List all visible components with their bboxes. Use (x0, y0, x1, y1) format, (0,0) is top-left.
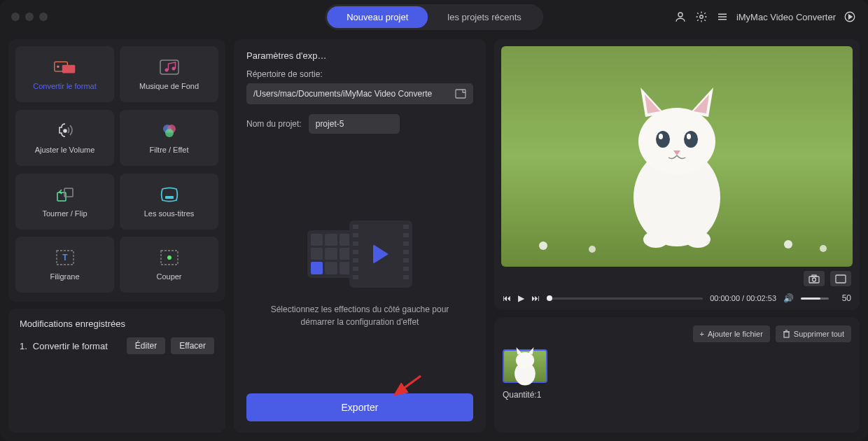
svg-point-45 (516, 352, 534, 368)
svg-line-24 (395, 376, 421, 395)
svg-point-29 (659, 134, 663, 139)
modification-row: 1. Convertir le format Éditer Effacer (20, 337, 214, 354)
play-circle-icon[interactable] (843, 10, 857, 24)
volume-icon (54, 122, 76, 140)
convert-icon (54, 58, 76, 76)
tool-filter-effect[interactable]: Filtre / Effet (120, 110, 218, 166)
tool-adjust-volume[interactable]: Ajuster le Volume (15, 110, 114, 166)
tool-grid: Convertir le format Musique de Fond Ajus… (8, 39, 225, 302)
minimize-dot[interactable] (25, 13, 34, 21)
clear-button[interactable]: Effacer (171, 337, 214, 354)
window-controls (11, 13, 48, 21)
tool-convert-format[interactable]: Convertir le format (15, 46, 114, 102)
project-name-input[interactable] (309, 114, 400, 134)
quantity-label: Quantité:1 (503, 390, 851, 400)
export-heading: Paramètres d'exp… (246, 50, 473, 61)
mod-name: Convertir le format (33, 341, 121, 351)
maximize-dot[interactable] (39, 13, 48, 21)
tool-background-music[interactable]: Musique de Fond (120, 46, 218, 102)
tool-subtitles[interactable]: Les sous-titres (120, 174, 218, 230)
volume-icon[interactable]: 🔊 (783, 293, 794, 303)
svg-point-33 (539, 241, 547, 250)
svg-point-34 (589, 246, 596, 253)
nav-pill: Nouveau projet les projets récents (325, 4, 543, 30)
close-dot[interactable] (11, 13, 20, 21)
tool-watermark[interactable]: T Filigrane (15, 237, 114, 293)
svg-point-15 (165, 129, 174, 137)
svg-point-28 (684, 131, 698, 148)
edit-button[interactable]: Éditer (127, 337, 165, 354)
tool-label: Couper (156, 272, 181, 281)
svg-rect-7 (62, 65, 75, 74)
svg-point-0 (678, 13, 682, 17)
modifications-title: Modifications enregistrées (20, 318, 214, 329)
subtitles-icon (158, 186, 181, 204)
titlebar: Nouveau projet les projets récents iMyMa… (0, 0, 868, 34)
video-panel: ⏮ ▶ ⏭ 00:00:00 / 00:02:53 🔊 50 (494, 39, 860, 310)
skip-back-button[interactable]: ⏮ (503, 293, 511, 303)
tool-label: Convertir le format (33, 82, 96, 90)
mod-number: 1. (20, 341, 27, 351)
tool-label: Filtre / Effet (149, 146, 188, 154)
save-folder-icon[interactable] (455, 89, 466, 99)
output-dir-value: /Users/mac/Documents/iMyMac Video Conver… (253, 89, 432, 99)
app-title: iMyMac Video Converter (736, 12, 836, 22)
modifications-panel: Modifications enregistrées 1. Convertir … (8, 309, 225, 433)
placeholder-graphic (307, 220, 412, 290)
seek-bar[interactable] (547, 298, 703, 300)
svg-point-12 (64, 130, 66, 132)
menu-icon[interactable] (715, 10, 729, 24)
svg-rect-40 (836, 275, 846, 283)
svg-rect-41 (784, 332, 789, 337)
user-icon[interactable] (673, 10, 687, 24)
svg-point-22 (167, 255, 172, 260)
rotate-icon (54, 186, 76, 204)
svg-rect-23 (456, 90, 465, 98)
svg-point-30 (687, 134, 691, 139)
volume-slider[interactable] (801, 298, 829, 300)
volume-value: 50 (836, 293, 851, 303)
tool-label: Filigrane (50, 272, 79, 281)
output-dir-field[interactable]: /Users/mac/Documents/iMyMac Video Conver… (246, 83, 473, 104)
add-file-button[interactable]: +Ajouter le fichier (693, 326, 770, 342)
cut-icon (158, 248, 181, 267)
svg-point-26 (638, 108, 715, 175)
file-thumbnail[interactable] (503, 349, 547, 383)
placeholder-text: Sélectionnez les effections du côté gauc… (264, 303, 456, 328)
project-name-label: Nom du projet: (246, 119, 302, 129)
skip-forward-button[interactable]: ⏭ (531, 293, 540, 303)
tool-label: Musique de Fond (139, 82, 199, 90)
remove-all-button[interactable]: Supprimer tout (776, 326, 851, 342)
svg-text:T: T (62, 253, 68, 262)
export-panel: Paramètres d'exp… Répertoire de sortie: … (234, 39, 486, 433)
time-display: 00:00:00 / 00:02:53 (710, 294, 776, 302)
arrow-annotation (389, 374, 424, 399)
music-icon (158, 58, 181, 76)
svg-point-8 (57, 65, 59, 67)
tool-label: Ajuster le Volume (35, 146, 95, 154)
files-panel: +Ajouter le fichier Supprimer tout (494, 317, 860, 433)
tool-rotate-flip[interactable]: Tourner / Flip (15, 174, 114, 230)
svg-point-1 (700, 15, 704, 19)
svg-rect-39 (812, 275, 816, 276)
fullscreen-button[interactable] (830, 271, 851, 286)
play-button[interactable]: ▶ (518, 293, 524, 303)
filter-icon (158, 122, 181, 140)
tab-new-project[interactable]: Nouveau projet (327, 6, 428, 28)
snapshot-button[interactable] (804, 271, 825, 286)
tab-recent-projects[interactable]: les projets récents (428, 6, 541, 28)
svg-point-27 (656, 131, 670, 148)
settings-icon[interactable] (694, 10, 708, 24)
tool-label: Tourner / Flip (42, 209, 87, 218)
player-controls: ⏮ ▶ ⏭ 00:00:00 / 00:02:53 🔊 50 (501, 290, 853, 306)
video-preview[interactable] (501, 46, 853, 267)
output-dir-label: Répertoire de sortie: (246, 69, 473, 79)
tool-label: Les sous-titres (144, 209, 195, 218)
placeholder-area: Sélectionnez les effections du côté gauc… (246, 155, 473, 393)
export-button[interactable]: Exporter (246, 393, 473, 421)
tool-cut[interactable]: Couper (120, 237, 218, 293)
svg-point-38 (813, 278, 816, 281)
svg-point-36 (820, 245, 827, 252)
svg-rect-18 (165, 196, 174, 199)
svg-point-35 (784, 240, 792, 248)
